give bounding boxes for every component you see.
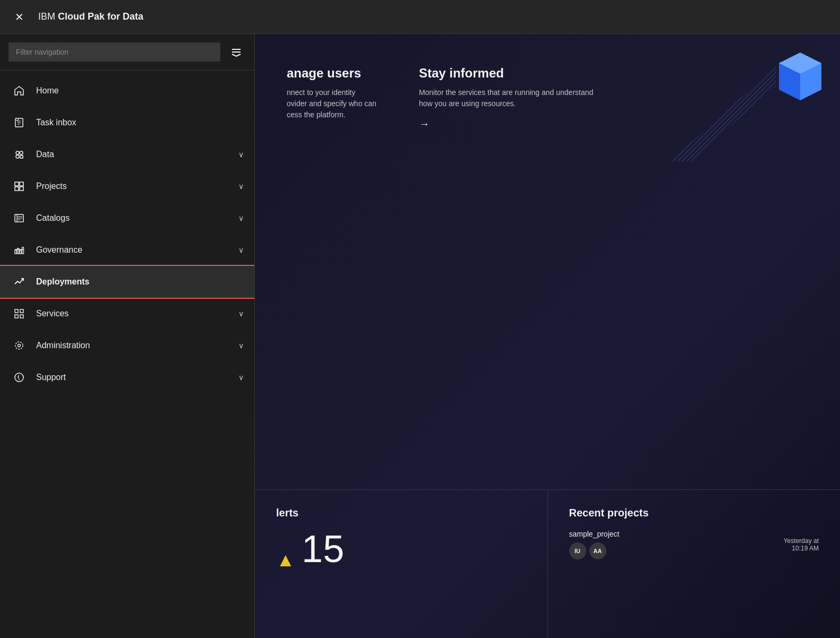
sidebar: Home Task inbox [0,34,255,638]
top-bar: ✕ IBM Cloud Pak for Data [0,0,840,34]
svg-rect-17 [20,309,23,313]
sidebar-item-label: Home [36,86,244,96]
decorative-dot-line [670,66,776,161]
svg-point-20 [18,344,21,347]
chevron-down-icon: ∨ [238,182,244,191]
project-item: sample_project IU AA Yesterday at10:19 A… [569,530,819,559]
chevron-down-icon: ∨ [238,373,244,382]
sidebar-item-label: Data [36,150,238,159]
recent-projects-card: Recent projects sample_project IU AA Yes… [548,490,841,638]
avatar-iu: IU [569,542,586,559]
home-icon [11,82,28,99]
alerts-title: lerts [276,507,526,519]
project-avatars: IU AA [569,542,620,559]
sidebar-item-label: Task inbox [36,118,244,127]
deployments-icon [11,273,28,290]
sidebar-item-services[interactable]: Services ∨ [0,298,254,330]
svg-rect-10 [20,187,23,191]
chevron-down-icon: ∨ [238,341,244,350]
svg-point-21 [15,342,23,349]
stay-informed-arrow-link[interactable]: → [419,118,430,130]
sidebar-item-administration[interactable]: Administration ∨ [0,330,254,361]
svg-rect-15 [22,247,24,254]
project-name[interactable]: sample_project [569,530,620,538]
collapse-icon [231,47,242,57]
alert-triangle-icon: ▲ [276,549,295,571]
svg-rect-16 [15,309,18,313]
support-icon [11,369,28,386]
alerts-count: 15 [302,528,344,570]
stay-informed-title: Stay informed [419,66,599,81]
sidebar-item-support[interactable]: Support ∨ [0,361,254,393]
sidebar-filter-area [0,34,254,71]
manage-users-description: nnect to your identityovider and specify… [287,87,376,120]
sidebar-item-label: Catalogs [36,213,238,223]
alerts-count-row: ▲ 15 [276,530,526,571]
svg-rect-6 [20,156,23,158]
sidebar-item-home[interactable]: Home [0,75,254,107]
content-top: anage users nnect to your identityovider… [255,34,840,489]
recent-projects-title: Recent projects [569,507,819,519]
project-time: Yesterday at10:19 AM [784,537,819,552]
stay-informed-card: Stay informed Monitor the services that … [419,66,599,130]
sidebar-item-label: Governance [36,245,238,255]
close-button[interactable]: ✕ [8,6,30,28]
svg-point-23 [19,379,20,380]
sidebar-item-data[interactable]: Data ∨ [0,139,254,170]
chevron-down-icon: ∨ [238,214,244,222]
sidebar-item-label: Support [36,373,238,382]
svg-rect-7 [15,182,19,186]
main-layout: Home Task inbox [0,34,840,638]
svg-point-3 [16,151,19,154]
content-bottom: lerts ▲ 15 Recent projects sample_projec… [255,489,840,638]
avatar-aa: AA [589,542,606,559]
projects-icon [11,178,28,195]
catalogs-icon [11,210,28,227]
svg-rect-18 [15,315,18,318]
sidebar-item-label: Deployments [36,277,244,287]
task-inbox-icon [11,114,28,131]
sidebar-item-label: Services [36,309,238,318]
cube-decoration [776,50,824,105]
governance-icon [11,242,28,258]
sidebar-item-task-inbox[interactable]: Task inbox [0,107,254,139]
svg-rect-8 [20,182,23,186]
content-area: anage users nnect to your identityovider… [255,34,840,638]
svg-rect-9 [15,187,19,191]
svg-rect-19 [20,315,23,318]
svg-rect-14 [20,250,21,254]
app-title-bold: Cloud Pak for Data [58,11,143,22]
svg-point-5 [16,155,19,158]
data-icon [11,146,28,163]
chevron-down-icon: ∨ [238,246,244,254]
svg-rect-12 [15,250,16,254]
nav-section: Home Task inbox [0,71,254,398]
app-title: IBM Cloud Pak for Data [38,11,143,22]
cube-svg [776,50,824,103]
collapse-nav-button[interactable] [227,42,246,62]
sidebar-item-governance[interactable]: Governance ∨ [0,234,254,266]
services-icon [11,305,28,322]
sidebar-item-deployments[interactable]: Deployments [0,266,254,298]
sidebar-item-catalogs[interactable]: Catalogs ∨ [0,202,254,234]
stay-informed-description: Monitor the services that are running an… [419,87,599,109]
manage-users-card: anage users nnect to your identityovider… [287,66,376,120]
svg-point-22 [15,373,23,382]
administration-icon [11,337,28,354]
chevron-down-icon: ∨ [238,309,244,318]
svg-rect-0 [232,49,241,50]
sidebar-item-label: Projects [36,182,238,191]
svg-rect-1 [232,51,241,53]
svg-point-4 [20,151,23,154]
chevron-down-icon: ∨ [238,150,244,159]
filter-navigation-input[interactable] [8,42,220,62]
sidebar-item-label: Administration [36,341,238,350]
alerts-card: lerts ▲ 15 [255,490,548,638]
sidebar-item-projects[interactable]: Projects ∨ [0,170,254,202]
manage-users-title: anage users [287,66,376,81]
